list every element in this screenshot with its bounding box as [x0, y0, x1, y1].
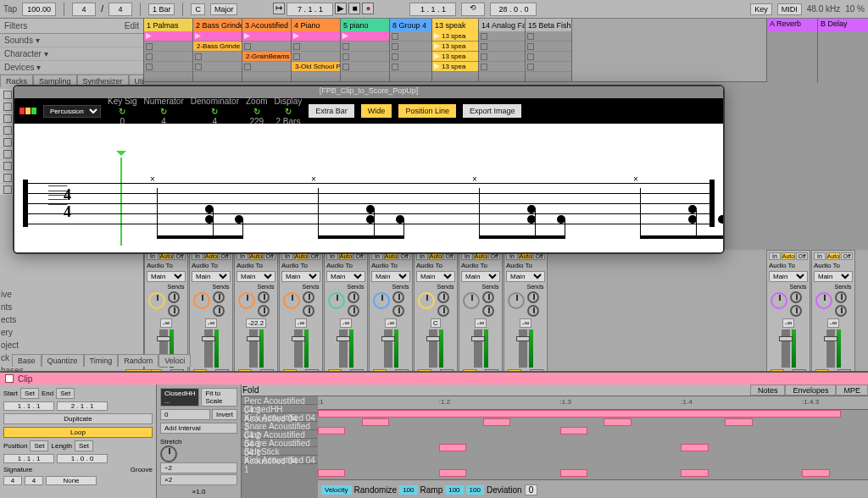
clip-slot[interactable] [193, 31, 242, 42]
clip-slot[interactable] [526, 52, 571, 62]
fold-button[interactable]: Fold [242, 385, 259, 395]
duplicate-button[interactable]: Duplicate [3, 413, 153, 424]
quantize-menu[interactable]: 1 Bar [148, 3, 175, 15]
clip-slot[interactable]: 2-GrainBeams [242, 52, 291, 62]
clip-slot[interactable] [144, 31, 192, 42]
midi-map-button[interactable]: MIDI [777, 3, 802, 15]
end-pos[interactable] [57, 401, 108, 411]
clip-slot[interactable] [144, 42, 192, 52]
clip-slot[interactable] [144, 62, 192, 72]
clip-slot[interactable] [193, 52, 242, 62]
return-track-header[interactable]: B Delay [818, 19, 868, 31]
return-track-header[interactable]: A Reverb [767, 19, 817, 31]
clip-slot[interactable] [292, 52, 340, 62]
extra-bar-button[interactable]: Extra Bar [309, 104, 354, 118]
start-pos[interactable] [3, 401, 54, 411]
tempo-field[interactable] [22, 3, 56, 16]
clipview-tab[interactable]: Notes [750, 385, 786, 396]
clip-slot[interactable]: 13 spea [432, 42, 478, 52]
clip-slot[interactable] [390, 42, 431, 52]
loop-start[interactable] [409, 3, 456, 16]
track-header[interactable]: 3 Acoustified [242, 19, 291, 31]
clip-slot[interactable] [292, 31, 340, 42]
clip-slot[interactable] [341, 62, 389, 72]
clip-function-tab[interactable]: Quantize [42, 354, 84, 367]
stretch-knob[interactable] [160, 445, 177, 462]
export-image-button[interactable]: Export Image [463, 104, 522, 118]
clip-slot[interactable] [341, 31, 389, 42]
clip-slot[interactable] [479, 52, 525, 62]
clipview-tab[interactable]: Envelopes [785, 385, 836, 396]
clip-slot[interactable] [144, 52, 192, 62]
position-line-button[interactable]: Position Line [398, 104, 456, 118]
transport-controls: ↦ ▶ ■ ● [273, 3, 374, 16]
clip-slot[interactable] [390, 31, 431, 42]
clip-slot[interactable] [479, 31, 525, 42]
sig-num[interactable] [72, 3, 96, 16]
loop-length[interactable] [490, 3, 537, 16]
track-header[interactable]: 2 Bass Grinder ba [193, 19, 242, 31]
channel-strip: InAutoOff Audio To Main Sends -∞ 8S ● [369, 250, 413, 377]
clip-slot[interactable] [479, 42, 525, 52]
edit-button[interactable]: Edit [125, 21, 139, 30]
set-end-button[interactable]: Set [56, 388, 75, 399]
music-score-canvas: 𝄚 4 4 × × × × [14, 124, 723, 252]
set-start-button[interactable]: Set [20, 388, 39, 399]
clip-slot[interactable] [242, 62, 291, 72]
filters-header: Filters [4, 21, 27, 30]
clip-slot[interactable] [341, 42, 389, 52]
channel-strip: InAutoOff Audio To Main Sends -∞ 2S ● [189, 250, 233, 377]
clip-slot[interactable] [292, 42, 340, 52]
clip-function-tab[interactable]: Random [118, 354, 159, 367]
track-header[interactable]: 5 piano [341, 19, 389, 31]
sig-den[interactable] [108, 3, 132, 16]
browser-category[interactable]: Sounds ▾ [0, 34, 143, 47]
channel-strip: InAutoOff Audio To Main Sends -∞ 4S ● [279, 250, 323, 377]
note-name: ClosedHH ... [160, 388, 199, 407]
midi-note-editor[interactable]: :1:1.2:1.3:1.4:1.4.3 Velocity Randomize … [318, 396, 868, 498]
clipview-tab[interactable]: MPE [836, 385, 868, 396]
clip-slot[interactable]: 13 spea [432, 31, 478, 42]
clip-slot[interactable] [193, 62, 242, 72]
tap-label[interactable]: Tap [3, 4, 17, 14]
track-header[interactable]: 15 Beta Fish Ki [526, 19, 571, 31]
record-button[interactable]: ● [362, 3, 374, 14]
song-position[interactable] [287, 3, 333, 16]
clip-slot[interactable] [479, 62, 525, 72]
clip-slot[interactable] [526, 62, 571, 72]
popup-toolbar: Percussion Key Sig↻0 Numerator↻4 Denomin… [14, 98, 723, 124]
follow-button[interactable]: ↦ [273, 3, 285, 14]
clip-slot[interactable] [526, 31, 571, 42]
key-map-button[interactable]: Key [750, 3, 772, 15]
clip-function-tab[interactable]: Base [12, 354, 42, 367]
scale-root[interactable]: C [191, 3, 205, 15]
track-header[interactable]: 1 Palmas [144, 19, 192, 31]
clip-slot[interactable]: 13 spea [432, 62, 478, 72]
clip-slot[interactable] [242, 42, 291, 52]
clip-slot[interactable]: 13 spea [432, 52, 478, 62]
clip-slot[interactable] [341, 52, 389, 62]
track-header[interactable]: 8 Group 4 [390, 19, 431, 31]
track-header[interactable]: 4 Piano [292, 19, 340, 31]
scale-mode[interactable]: Major [210, 3, 238, 15]
track-header[interactable]: 13 speak [432, 19, 478, 31]
stop-button[interactable]: ■ [348, 3, 360, 14]
clip-slot[interactable] [390, 62, 431, 72]
drum-lane-names: Perc Acoustified 04 2ClosedHH Acoustifie… [242, 396, 318, 498]
clip-slot[interactable] [390, 52, 431, 62]
clip-function-tab[interactable]: Veloci [159, 354, 191, 367]
channel-strip: InAutoOff Audio To Main Sends -∞ AS ● [766, 250, 810, 377]
loop-toggle[interactable]: Loop [3, 427, 153, 438]
play-button[interactable]: ▶ [335, 3, 347, 14]
instrument-select[interactable]: Percussion [43, 105, 101, 118]
clip-slot[interactable] [526, 42, 571, 52]
clip-slot[interactable]: 3-Old School P [292, 62, 340, 72]
track-header[interactable]: 14 Analog Face C [479, 19, 525, 31]
clip-function-tab[interactable]: Timing [84, 354, 119, 367]
clip-slot[interactable] [242, 31, 291, 42]
browser-category[interactable]: Devices ▾ [0, 61, 143, 75]
loop-toggle[interactable]: ⟲ [461, 3, 485, 16]
clip-slot[interactable]: 2-Bass Grinde [193, 42, 242, 52]
wide-button[interactable]: Wide [361, 104, 392, 118]
browser-category[interactable]: Character ▾ [0, 47, 143, 61]
